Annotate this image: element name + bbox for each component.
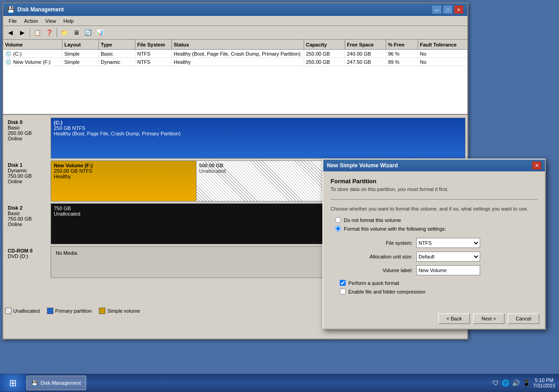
toolbar-monitor[interactable]: 🖥	[71, 27, 82, 38]
cell-ft-1: No	[418, 58, 467, 66]
drive-icon-1: 💿	[5, 59, 12, 65]
window-controls: — □ ✕	[432, 5, 464, 14]
cell-layout-1: Simple	[62, 58, 99, 66]
radio-format-input[interactable]	[335, 226, 341, 232]
wizard-header: Format Partition	[331, 178, 538, 185]
col-faulttol: Fault Tolerance	[418, 40, 467, 49]
disk-table-area: Volume Layout Type File System Status Ca…	[3, 40, 467, 115]
fs-select[interactable]: NTFS	[416, 238, 480, 248]
disk-label-0: Disk 0 Basic 250.00 GB Online	[5, 118, 51, 159]
legend-primary-color	[47, 308, 53, 314]
col-type: Type	[99, 40, 135, 49]
table-row[interactable]: 💿 (C:) Simple Basic NTFS Healthy (Boot, …	[3, 50, 467, 58]
cell-volume-1: 💿 New Volume (F:)	[3, 58, 62, 66]
toolbar-forward[interactable]: ▶	[17, 27, 28, 38]
wizard-question: Choose whether you want to format this v…	[331, 206, 538, 211]
disk-0-status: Online	[8, 136, 48, 141]
minimize-button[interactable]: —	[432, 5, 442, 14]
cell-pct-0: 96 %	[386, 50, 418, 57]
disk-label-cdrom: CD-ROM 0 DVD (D:)	[5, 246, 51, 278]
wizard-subtext: To store data on this partition, you mus…	[331, 186, 538, 192]
disk-2-type: Basic	[8, 211, 48, 216]
clock-date: 7/31/2015	[533, 383, 555, 388]
clock-time: 5:10 PM	[533, 377, 555, 383]
vol-label: Volume label:	[340, 268, 413, 273]
partition-f[interactable]: New Volume (F:) 250.00 GB NTFS Healthy	[51, 161, 196, 201]
cell-type-1: Dynamic	[99, 58, 135, 66]
cell-status-1: Healthy	[172, 58, 304, 66]
taskbar: ⊞ 💾 Disk Management 🛡 🌐 🔊 📱 5:10 PM 7/31…	[0, 374, 559, 392]
radio-no-format-input[interactable]	[335, 217, 341, 223]
legend-unallocated: Unallocated	[5, 308, 40, 314]
menu-action[interactable]: Action	[21, 17, 42, 25]
tray-shield-icon: 🛡	[492, 379, 499, 387]
taskbar-app-disk-mgmt[interactable]: 💾 Disk Management	[26, 376, 86, 390]
disk-label-1: Disk 1 Dynamic 750.00 GB Online	[5, 160, 51, 201]
menu-bar: File Action View Help	[3, 16, 467, 26]
wizard-close-button[interactable]: ✕	[532, 161, 541, 170]
cell-ft-0: No	[418, 50, 467, 57]
toolbar-list[interactable]: 📋	[32, 27, 43, 38]
legend-simple: Simple volume	[99, 308, 140, 314]
taskbar-right: 🛡 🌐 🔊 📱 5:10 PM 7/31/2015	[492, 377, 559, 388]
disk-1-name: Disk 1	[8, 162, 48, 168]
toolbar-chart[interactable]: 📊	[94, 27, 105, 38]
vol-input[interactable]	[416, 265, 480, 275]
alloc-select[interactable]: Default	[416, 252, 480, 262]
toolbar-back[interactable]: ◀	[5, 27, 16, 38]
cell-pct-1: 99 %	[386, 58, 418, 66]
legend-simple-color	[99, 308, 105, 314]
taskbar-app-icon: 💾	[31, 380, 38, 386]
toolbar-help[interactable]: ❓	[44, 27, 55, 38]
start-button[interactable]: ⊞	[0, 374, 26, 392]
tray-audio-icon: 🔊	[512, 379, 520, 387]
toolbar-sep-1	[30, 28, 30, 37]
compression-checkbox[interactable]	[340, 289, 346, 294]
wizard-titlebar: New Simple Volume Wizard ✕	[323, 160, 545, 171]
legend-simple-label: Simple volume	[107, 308, 140, 314]
alloc-label: Allocation unit size:	[340, 254, 413, 259]
disk-2-status: Online	[8, 222, 48, 227]
cell-fs-1: NTFS	[135, 58, 172, 66]
tray-phone-icon: 📱	[523, 379, 530, 387]
cell-layout-0: Simple	[62, 50, 99, 57]
menu-file[interactable]: File	[5, 17, 21, 25]
disk-1-size: 750.00 GB	[8, 173, 48, 179]
cdrom-type: DVD (D:)	[8, 253, 48, 259]
radio-no-format: Do not format this volume	[335, 217, 538, 223]
wizard-cancel-button[interactable]: Cancel	[507, 313, 539, 324]
col-status: Status	[172, 40, 304, 49]
disk-2-name: Disk 2	[8, 205, 48, 211]
fs-label: File system:	[340, 240, 413, 246]
compression-label: Enable file and folder compression	[348, 289, 425, 294]
toolbar-refresh[interactable]: 🔄	[83, 27, 93, 38]
wizard-next-button[interactable]: Next >	[473, 313, 505, 324]
menu-help[interactable]: Help	[60, 17, 78, 25]
quick-format-checkbox[interactable]	[340, 280, 346, 286]
drive-icon-0: 💿	[5, 51, 12, 57]
partition-c[interactable]: (C:) 250 GB NTFS Healthy (Boot, Page Fil…	[51, 118, 465, 158]
legend: Unallocated Primary partition Simple vol…	[5, 308, 140, 314]
partition-c-label: (C:)	[54, 120, 462, 125]
partition-c-status: Healthy (Boot, Page File, Crash Dump, Pr…	[54, 131, 462, 136]
wizard-back-button[interactable]: < Back	[438, 313, 470, 324]
partition-f-size: 250.00 GB NTFS	[54, 168, 193, 174]
clock: 5:10 PM 7/31/2015	[533, 377, 555, 388]
legend-unallocated-label: Unallocated	[13, 308, 40, 314]
wizard-body: Format Partition To store data on this p…	[323, 171, 545, 304]
legend-primary-label: Primary partition	[55, 308, 92, 314]
maximize-button[interactable]: □	[443, 5, 453, 14]
legend-unallocated-color	[5, 308, 11, 314]
disk-0-name: Disk 0	[8, 119, 48, 125]
partition-f-status: Healthy	[54, 174, 193, 179]
quick-format-checkbox-container: Perform a quick format	[340, 280, 538, 286]
menu-view[interactable]: View	[41, 17, 60, 25]
table-row[interactable]: 💿 New Volume (F:) Simple Dynamic NTFS He…	[3, 58, 467, 66]
toolbar-open-folder[interactable]: 📁	[59, 27, 70, 38]
close-button[interactable]: ✕	[454, 5, 464, 14]
col-layout: Layout	[62, 40, 99, 49]
wizard-divider	[331, 199, 538, 200]
disk-label-2: Disk 2 Basic 750.00 GB Online	[5, 203, 51, 244]
cell-status-0: Healthy (Boot, Page File, Crash Dump, Pr…	[172, 50, 304, 57]
toolbar: ◀ ▶ 📋 ❓ 📁 🖥 🔄 📊	[3, 26, 467, 40]
